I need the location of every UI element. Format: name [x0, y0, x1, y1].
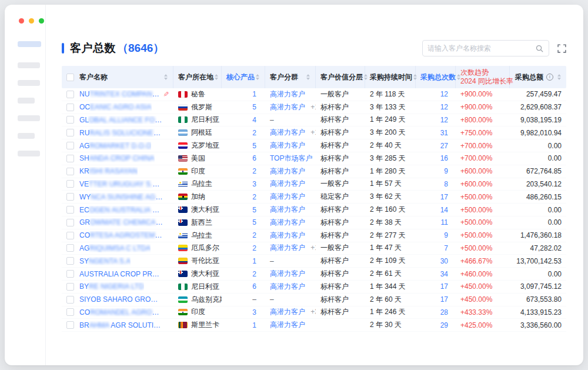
customer-segment-link[interactable]: – [270, 295, 274, 304]
purchase-total-count[interactable]: 34 [416, 270, 456, 278]
core-products-count[interactable]: 6 [222, 282, 265, 291]
table-row[interactable]: GLOBAL ALLIANCE FOR CHEMICA... 尼日利亚 4 – … [62, 114, 566, 127]
table-row[interactable]: BRAHMA AGR SOLUTIONS PVT LTD 斯里兰卡 1 高潜力客… [62, 319, 566, 332]
info-icon[interactable] [546, 74, 553, 81]
column-label[interactable]: 采购总次数 [420, 72, 456, 82]
core-products-count[interactable]: 5 [222, 142, 265, 150]
column-label[interactable]: 采购持续时间 [370, 72, 412, 82]
core-products-count[interactable]: 3 [222, 308, 265, 316]
customer-name-link[interactable]: AGROMARKET D.O.O [79, 142, 151, 150]
core-products-count[interactable]: 2 [222, 244, 265, 252]
search-input[interactable] [427, 44, 535, 52]
customer-name-link[interactable]: GLOBAL ALLIANCE FOR CHEMICA... [79, 116, 163, 124]
search-icon[interactable] [535, 44, 544, 53]
row-checkbox[interactable] [66, 244, 74, 252]
core-products-count[interactable]: 1 [222, 257, 265, 265]
row-checkbox[interactable] [66, 91, 74, 98]
row-checkbox[interactable] [66, 270, 74, 278]
core-products-count[interactable]: – [222, 295, 265, 304]
table-row[interactable]: SHANDA CROP CHINA 美国 6 TOP市场客户 标杆客户 3 年 … [62, 152, 566, 165]
sort-icon[interactable] [305, 74, 310, 80]
customer-name-link[interactable]: RURALIS SOLUCIONES S.A [79, 129, 163, 137]
row-checkbox[interactable] [66, 206, 74, 214]
sort-icon[interactable] [163, 74, 168, 80]
purchase-total-count[interactable]: 7 [416, 244, 456, 252]
column-label[interactable]: 客户名称 [79, 72, 108, 82]
customer-segment-link[interactable]: 高潜力客户 [270, 205, 305, 214]
purchase-total-count[interactable]: 11 [416, 218, 456, 226]
purchase-total-count[interactable]: 12 [416, 116, 456, 124]
core-products-count[interactable]: 2 [222, 193, 265, 201]
customer-name-link[interactable]: GROWMATE CHEMICALS LIMITED [79, 218, 163, 226]
row-checkbox[interactable] [66, 308, 74, 316]
purchase-total-count[interactable]: 12 [416, 103, 456, 111]
table-row[interactable]: OCEANIC AGRO ASIA 俄罗斯 5 高潜力客户 +1 标杆客户 3 … [62, 101, 566, 114]
table-row[interactable]: NUTRINTEX COMPANI S.A.C ✎ 秘鲁 1 高潜力客户 一般客… [62, 88, 566, 101]
core-products-count[interactable]: 4 [222, 116, 265, 124]
table-row[interactable]: SIYOB SAHARO GROUP/BEST X... 乌兹别克斯坦 – – … [62, 294, 566, 306]
table-row[interactable]: COROMANDEL AGRONICA PRIVATE... 印度 3 高潜力客… [62, 306, 566, 319]
table-row[interactable]: KRISHI RASAYAN 印度 2 高潜力客户 标杆客户 1 年 280 天… [62, 165, 566, 178]
sort-icon[interactable] [213, 74, 219, 80]
sidebar-item[interactable] [18, 80, 40, 86]
purchase-total-count[interactable]: 29 [416, 321, 456, 329]
core-products-count[interactable]: 2 [222, 129, 265, 137]
sort-icon[interactable] [255, 74, 260, 80]
core-products-count[interactable]: 6 [222, 154, 265, 162]
core-products-count[interactable]: 1 [222, 90, 265, 98]
customer-segment-link[interactable]: 高潜力客户 [270, 103, 305, 111]
customer-name-link[interactable]: ECOGEN AUSTRALIA PTY LIMITED [79, 206, 163, 214]
table-row[interactable]: SYNGENTA S.A 哥伦比亚 1 – 标杆客户 2 年 109 天 30 … [62, 255, 566, 268]
table-row[interactable]: RURALIS SOLUCIONES S.A 阿根廷 2 高潜力客户 +1 标杆… [62, 126, 566, 139]
sidebar-item[interactable] [18, 151, 40, 156]
customer-segment-link[interactable]: TOP市场客户 [270, 154, 312, 162]
customer-name-link[interactable]: VETTER URUGUAY S.R.L [79, 180, 163, 188]
table-row[interactable]: AGRIQUIMSA C LTDA 厄瓜多尔 2 高潜力客户 +1 一般客户 1… [62, 242, 566, 255]
customer-name-link[interactable]: NUTRINTEX COMPANI S.A.C [79, 90, 160, 98]
customer-segment-link[interactable]: 高潜力客户 [270, 179, 305, 188]
sidebar-item[interactable] [18, 133, 35, 139]
select-all-checkbox[interactable] [66, 74, 74, 81]
row-checkbox[interactable] [66, 180, 74, 188]
customer-name-link[interactable]: KRISHI RASAYAN [79, 167, 138, 175]
row-checkbox[interactable] [66, 129, 74, 136]
core-products-count[interactable]: 2 [222, 231, 265, 239]
row-checkbox[interactable] [66, 142, 74, 149]
customer-segment-link[interactable]: 高潜力客户 [270, 231, 305, 239]
sidebar-item[interactable] [18, 41, 41, 47]
table-row[interactable]: AUSTRALIA CROP PROTECTION P... 澳大利亚 2 高潜… [62, 268, 566, 281]
row-checkbox[interactable] [66, 155, 74, 162]
customer-segment-link[interactable]: 高潜力客户 [270, 141, 305, 149]
customer-segment-link[interactable]: 高潜力客户 [270, 244, 305, 252]
purchase-total-count[interactable]: 28 [416, 308, 456, 316]
customer-segment-link[interactable]: 高潜力客户 [270, 269, 305, 278]
customer-segment-link[interactable]: 高潜力客户 [270, 282, 305, 291]
customer-segment-link[interactable]: 高潜力客户 [270, 321, 305, 329]
customer-name-link[interactable]: SHANDA CROP CHINA [79, 154, 155, 162]
purchase-total-count[interactable]: 16 [416, 154, 456, 162]
column-label[interactable]: 次数趋势 [460, 68, 513, 77]
row-checkbox[interactable] [66, 257, 74, 265]
customer-segment-link[interactable]: 高潜力客户 [270, 90, 305, 98]
customer-name-link[interactable]: AGRIQUIMSA C LTDA [79, 244, 151, 252]
purchase-total-count[interactable]: 27 [416, 142, 456, 150]
customer-segment-link[interactable]: 高潜力客户 [270, 167, 305, 175]
customer-name-link[interactable]: AUSTRALIA CROP PROTECTION P... [79, 270, 163, 278]
table-row[interactable]: VETTER URUGUAY S.R.L 乌拉圭 3 高潜力客户 一般客户 1 … [62, 178, 566, 191]
customer-segment-link[interactable]: 高潜力客户 [270, 218, 305, 226]
row-checkbox[interactable] [66, 168, 74, 175]
sidebar-item[interactable] [18, 115, 40, 121]
column-label[interactable]: 核心产品 [226, 72, 255, 82]
core-products-count[interactable]: 2 [222, 270, 265, 278]
core-products-count[interactable]: 5 [222, 206, 265, 214]
purchase-total-count[interactable]: 12 [416, 90, 456, 98]
customer-name-link[interactable]: SIYOB SAHARO GROUP/BEST X... [79, 295, 163, 304]
purchase-total-count[interactable]: 17 [416, 295, 456, 304]
row-checkbox[interactable] [66, 193, 74, 201]
customer-name-link[interactable]: BRAHMA AGR SOLUTIONS PVT LTD [79, 321, 163, 329]
column-label[interactable]: 客户分群 [270, 72, 298, 82]
core-products-count[interactable]: 5 [222, 218, 265, 226]
core-products-count[interactable]: 2 [222, 167, 265, 175]
row-checkbox[interactable] [66, 104, 74, 111]
purchase-total-count[interactable]: 30 [416, 257, 456, 265]
